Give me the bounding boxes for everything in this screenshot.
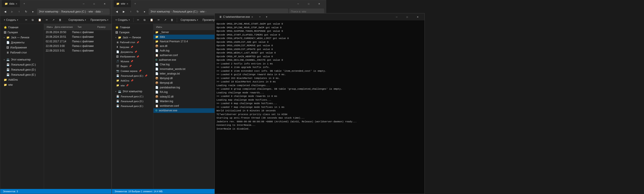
- sidebar-group-pc-data[interactable]: ▾ 💻 Этот компьютер: [1, 57, 43, 62]
- sidebar-pc-wow[interactable]: ▾ 💻 Этот компьютер: [113, 89, 152, 94]
- forward-btn-wow[interactable]: ▶: [120, 9, 127, 15]
- tab-terminal[interactable]: 🖥 C:\wiw\worldserver.exe ✕: [216, 13, 256, 20]
- breadcrumb-wiw[interactable]: wiw: [88, 10, 93, 13]
- sidebar-drive-e-wow[interactable]: 💾 Локальный диск (E:) 📌: [113, 73, 152, 78]
- sort-btn-data[interactable]: Сортировать ▾: [67, 18, 88, 22]
- tab-add-data[interactable]: +: [22, 2, 27, 5]
- sidebar-item-d-data[interactable]: 💾 Локальный диск (D:): [1, 67, 43, 72]
- rename-btn[interactable]: ✏: [44, 18, 50, 22]
- path-btn-data[interactable]: ▸: [30, 9, 36, 15]
- terminal-line: >> Loaded 0 item extended cost info. DB …: [216, 69, 423, 73]
- sort-btn-wow[interactable]: Сортировать ▾: [179, 18, 200, 22]
- sidebar-screenshots-wow[interactable]: 📷 Снимки экрана 📌: [113, 69, 152, 73]
- maximize-btn-data[interactable]: □: [89, 0, 99, 7]
- sidebar-desktop-wow[interactable]: 🖥 Рабочий стол 📌: [113, 40, 152, 45]
- breadcrumb-computer-wow[interactable]: Этот компьютер: [150, 10, 170, 13]
- path-btn-wow[interactable]: ▸: [142, 9, 148, 15]
- sidebar-item-e-data[interactable]: 💾 Локальный диск (E:): [1, 72, 43, 77]
- sidebar-e2-wow[interactable]: 💾 Локальный диск (E:): [113, 104, 152, 108]
- up-btn-data[interactable]: ↑: [16, 9, 22, 15]
- breadcrumb-drive-wow[interactable]: Локальный диск (C:): [173, 10, 198, 13]
- tab-add-term[interactable]: +: [258, 15, 262, 19]
- back-btn-wow[interactable]: ◀: [114, 9, 120, 15]
- sidebar-item-images-data[interactable]: 🖼 Изображения: [1, 45, 43, 50]
- col-header-name-data[interactable]: Имя ▴: [46, 26, 54, 28]
- sidebar-video-wow[interactable]: 🎬 Видео 📌: [113, 64, 152, 68]
- pin-icon-dl: 📌: [130, 46, 133, 48]
- sidebar-images-wow[interactable]: 🖼 Изображения 📌: [113, 54, 152, 59]
- minimize-btn-term[interactable]: ─: [392, 13, 402, 20]
- sidebar-gallery-wow[interactable]: 🖼 Галерея: [113, 30, 152, 35]
- col-header-type-data[interactable]: Тип: [76, 26, 96, 28]
- addons-icon: 📁: [4, 78, 7, 81]
- sidebar-item-home-data[interactable]: ⭐ Главная: [1, 25, 43, 30]
- sidebar-c-wow[interactable]: 💾 Локальный диск (C:): [113, 94, 152, 99]
- view-btn-data[interactable]: Просмотреть ▾: [89, 18, 110, 22]
- file-icon: 📄: [155, 72, 158, 75]
- tab-wow-close[interactable]: ✕: [126, 3, 128, 5]
- refresh-btn-wow[interactable]: ↻: [134, 9, 141, 15]
- copy-btn-wow[interactable]: ⧉: [142, 18, 147, 22]
- delete-btn-wow[interactable]: 🗑: [169, 18, 175, 22]
- paste-btn[interactable]: 📋: [36, 18, 43, 22]
- forward-btn-data[interactable]: ▶: [9, 9, 15, 15]
- sidebar-item-wiw-data[interactable]: 📁 wiw: [1, 82, 43, 87]
- create-btn-wow[interactable]: + Создать ▾: [114, 18, 132, 22]
- sidebar-item-desktop-data[interactable]: 🖥 Рабочий стол: [1, 50, 43, 55]
- tab-data-close[interactable]: ✕: [16, 3, 17, 5]
- sidebar-item-docs-data[interactable]: 📄 Документы: [1, 40, 43, 45]
- breadcrumb-wiw-wow[interactable]: wiw: [200, 10, 204, 13]
- close-btn-wow[interactable]: ✕: [314, 0, 324, 7]
- maximize-btn-term[interactable]: □: [402, 13, 412, 20]
- col-header-size-data[interactable]: Размер: [96, 26, 110, 28]
- breadcrumb-data[interactable]: data: [96, 10, 100, 13]
- sidebar-item-gallery-data[interactable]: 🖼 Галерея: [1, 30, 43, 35]
- sidebar-docs-wow[interactable]: 📄 Документы 📌: [113, 50, 152, 54]
- toolbar-data: + Создать ▾ ✂ ⧉ 📋 ✏ ↗ 🗑 Сортировать ▾ Пр…: [0, 16, 112, 24]
- copy-btn[interactable]: ⧉: [30, 18, 36, 22]
- sidebar-downloads-wow[interactable]: ⬇ Загрузки 📌: [113, 45, 152, 49]
- sidebar-group-jack-data[interactable]: ▾ 📁 Jack — Личное: [1, 35, 43, 40]
- tab-dropdown-term[interactable]: ▾: [264, 15, 269, 19]
- terminal-icon: 🖥: [219, 15, 222, 19]
- table-row[interactable]: 📁 maps 02.02.2017 17:14 Папка с файлами: [44, 39, 112, 44]
- table-row[interactable]: 📁 mmaps 22.09.2015 3:00 Папка с файлами: [44, 44, 112, 49]
- breadcrumb-computer[interactable]: Этот компьютер: [39, 10, 58, 13]
- tab-add-wow[interactable]: +: [133, 2, 138, 5]
- minimize-btn-data[interactable]: ─: [78, 0, 89, 7]
- tab-wow[interactable]: 📁 wiw ✕: [114, 0, 131, 7]
- sidebar-music-wow[interactable]: 🎵 Музыка 📌: [113, 59, 152, 64]
- col-header-date-data[interactable]: Дата изменения: [54, 26, 76, 28]
- drive-e2-icon-wow: 💾: [116, 105, 119, 107]
- sidebar-d-wow[interactable]: 💾 Локальный диск (D:): [113, 99, 152, 103]
- table-row[interactable]: 📁 vmaps 22.09.2015 3:01 Папка с файлами: [44, 49, 112, 53]
- sidebar-item-c-data[interactable]: 💾 Локальный диск (C:): [1, 62, 43, 67]
- sidebar-wiw-wow[interactable]: 📁 wiw 📌: [113, 83, 152, 88]
- music-icon-wow: 🎵: [116, 60, 119, 63]
- cut-btn[interactable]: ✂: [24, 18, 29, 22]
- share-btn[interactable]: ↗: [50, 18, 56, 22]
- close-btn-term[interactable]: ✕: [412, 13, 423, 20]
- maximize-btn-wow[interactable]: □: [304, 0, 314, 7]
- delete-btn[interactable]: 🗑: [57, 18, 63, 22]
- refresh-btn-data[interactable]: ↻: [23, 9, 29, 15]
- sidebar-item-addons-data[interactable]: 📁 AddOns: [1, 77, 43, 82]
- sidebar-group-jack-wow[interactable]: ▾ 📁 Jack — Личное: [113, 35, 152, 40]
- minimize-btn-wow[interactable]: ─: [293, 0, 303, 7]
- share-btn-wow[interactable]: ↗: [162, 18, 168, 22]
- cut-btn-wow[interactable]: ✂: [135, 18, 141, 22]
- table-row[interactable]: 📁 dbc 20.06.2024 20:51 Папка с файлами: [44, 35, 112, 39]
- up-btn-wow[interactable]: ↑: [128, 9, 134, 15]
- tab-terminal-close[interactable]: ✕: [251, 16, 253, 18]
- table-row[interactable]: 📁 db2 20.06.2024 20:50 Папка с файлами: [44, 30, 112, 35]
- sidebar-home-wow[interactable]: ⭐ Главная: [113, 25, 152, 30]
- back-btn-data[interactable]: ◀: [2, 9, 8, 15]
- tab-data[interactable]: 📁 data ✕: [2, 0, 20, 7]
- close-btn-data[interactable]: ✕: [100, 0, 110, 7]
- sidebar-addons-wow[interactable]: 📁 AddOns 📌: [113, 78, 152, 83]
- create-btn-data[interactable]: + Создать ▾: [2, 18, 20, 22]
- breadcrumb-drive[interactable]: Локальный диск (C:): [61, 10, 86, 13]
- rename-btn-wow[interactable]: ✏: [156, 18, 162, 22]
- breadcrumb-data[interactable]: Этот компьютер › Локальный диск (C:) › w…: [37, 9, 110, 15]
- paste-btn-wow[interactable]: 📋: [148, 18, 155, 22]
